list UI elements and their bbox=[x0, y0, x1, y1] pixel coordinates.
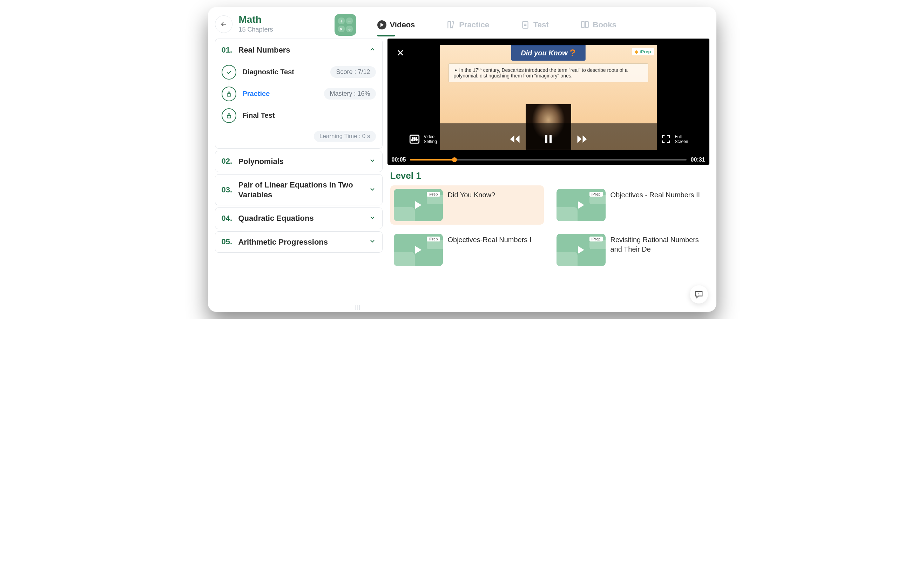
chapter-name: Real Numbers bbox=[238, 45, 369, 55]
step-label: Diagnostic Test bbox=[243, 68, 331, 76]
chapter-01[interactable]: 01. Real Numbers Diagnostic Test Score :… bbox=[215, 39, 383, 149]
slide-fact: ➧ In the 17ᵗʰ century, Descartes introdu… bbox=[449, 63, 648, 82]
step-diagnostic[interactable]: Diagnostic Test Score : 7/12 bbox=[222, 61, 376, 83]
chevron-down-icon bbox=[369, 238, 376, 246]
iprep-tag: iPrep bbox=[590, 236, 603, 241]
time-total: 00:31 bbox=[691, 157, 705, 163]
iprep-tag: iPrep bbox=[427, 236, 440, 241]
step-meta: Score : 7/12 bbox=[330, 66, 376, 78]
chevron-up-icon bbox=[369, 46, 376, 54]
tab-test-label: Test bbox=[533, 20, 549, 30]
video-player[interactable]: ✕ Did you Know? iPrep ➧ In the 17ᵗʰ cent… bbox=[387, 39, 709, 165]
play-icon bbox=[415, 246, 422, 254]
lock-icon bbox=[222, 86, 236, 101]
chapter-04[interactable]: 04. Quadratic Equations bbox=[215, 207, 383, 229]
tab-test[interactable]: Test bbox=[521, 20, 549, 36]
pause-button[interactable] bbox=[542, 133, 555, 146]
video-card[interactable]: iPrep Did You Know? bbox=[390, 185, 544, 225]
time-current: 00:05 bbox=[392, 157, 406, 163]
svg-rect-7 bbox=[545, 135, 547, 143]
step-label: Final Test bbox=[243, 111, 376, 119]
tab-practice[interactable]: Practice bbox=[446, 20, 489, 36]
subject-heading: Math 15 Chapters bbox=[239, 14, 273, 33]
subject-title: Math bbox=[239, 14, 273, 25]
check-icon bbox=[222, 65, 236, 80]
step-meta: Mastery : 16% bbox=[324, 88, 376, 100]
level-title: Level 1 bbox=[390, 170, 707, 181]
video-thumbnail: iPrep bbox=[394, 189, 443, 221]
subject-math-icon: +−×÷ bbox=[334, 14, 356, 36]
video-thumbnail: iPrep bbox=[557, 189, 606, 221]
svg-rect-8 bbox=[549, 135, 552, 143]
chevron-down-icon bbox=[369, 157, 376, 165]
tab-books-label: Books bbox=[593, 20, 617, 30]
chevron-down-icon bbox=[369, 214, 376, 222]
progress-bar[interactable]: 00:05 00:31 bbox=[387, 155, 709, 165]
play-icon bbox=[578, 201, 584, 209]
forward-button[interactable] bbox=[576, 133, 588, 146]
video-title: Objectives-Real Numbers I bbox=[448, 234, 532, 244]
lock-icon bbox=[222, 108, 236, 123]
video-title: Did You Know? bbox=[448, 189, 496, 200]
iprep-tag: iPrep bbox=[590, 192, 603, 197]
video-card[interactable]: iPrep Objectives-Real Numbers I bbox=[390, 230, 544, 269]
play-icon bbox=[415, 201, 422, 209]
step-final[interactable]: Final Test bbox=[222, 105, 376, 127]
subject-subtitle: 15 Chapters bbox=[239, 26, 273, 33]
close-icon[interactable]: ✕ bbox=[397, 48, 404, 58]
feedback-button[interactable] bbox=[690, 285, 708, 304]
chapter-03[interactable]: 03. Pair of Linear Equations in Two Vari… bbox=[215, 174, 383, 205]
tab-videos[interactable]: Videos bbox=[377, 20, 415, 36]
svg-point-6 bbox=[416, 139, 417, 140]
play-icon bbox=[578, 246, 584, 254]
svg-point-5 bbox=[413, 138, 415, 139]
slide-title: Did you Know? bbox=[511, 45, 585, 61]
chapter-sidebar: 01. Real Numbers Diagnostic Test Score :… bbox=[215, 39, 383, 305]
video-thumbnail: iPrep bbox=[394, 234, 443, 266]
svg-rect-0 bbox=[522, 21, 528, 28]
video-card[interactable]: iPrep Objectives - Real Numbers II bbox=[553, 185, 707, 225]
tab-practice-label: Practice bbox=[459, 20, 489, 30]
video-card[interactable]: iPrep Revisiting Rational Numbers and Th… bbox=[553, 230, 707, 269]
tab-books[interactable]: Books bbox=[580, 20, 617, 36]
chevron-down-icon bbox=[369, 186, 376, 194]
video-thumbnail: iPrep bbox=[557, 234, 606, 266]
video-title: Revisiting Rational Numbers and Their De bbox=[610, 234, 703, 254]
learning-time: Learning Time : 0 s bbox=[314, 131, 376, 142]
svg-rect-2 bbox=[227, 115, 231, 118]
step-label: Practice bbox=[243, 90, 324, 98]
fullscreen-button[interactable]: Full Screen bbox=[660, 134, 688, 144]
chapter-05[interactable]: 05. Arithmetic Progressions bbox=[215, 231, 383, 253]
tab-videos-label: Videos bbox=[390, 20, 415, 30]
svg-rect-1 bbox=[227, 94, 231, 96]
chapter-02[interactable]: 02. Polynomials bbox=[215, 151, 383, 172]
svg-point-4 bbox=[412, 139, 413, 141]
back-button[interactable] bbox=[215, 16, 232, 33]
iprep-tag: iPrep bbox=[427, 192, 440, 197]
rewind-button[interactable] bbox=[508, 133, 521, 146]
video-settings-button[interactable]: Video Setting bbox=[408, 133, 437, 145]
iprep-badge: iPrep bbox=[632, 48, 654, 55]
chapter-number: 01. bbox=[222, 45, 238, 55]
step-practice[interactable]: Practice Mastery : 16% bbox=[222, 83, 376, 105]
play-circle-icon bbox=[377, 20, 386, 30]
drag-handle-icon[interactable]: ||| bbox=[355, 304, 361, 310]
video-controls: Video Setting Full Screen bbox=[387, 124, 709, 155]
video-title: Objectives - Real Numbers II bbox=[610, 189, 700, 200]
